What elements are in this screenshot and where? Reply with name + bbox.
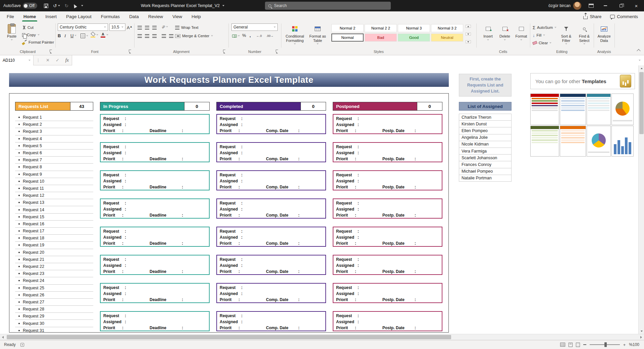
- completed-card[interactable]: Request:Assigned:Priorit:Comp. Date:: [216, 142, 326, 162]
- font-dialog-launcher[interactable]: [129, 50, 132, 53]
- request-item[interactable]: Request 3: [15, 128, 93, 135]
- clear-button[interactable]: Clear: [533, 40, 551, 46]
- increase-indent-icon[interactable]: [169, 33, 173, 39]
- wrap-text-button[interactable]: Wrap Text: [175, 24, 198, 31]
- request-item[interactable]: Request 25: [15, 285, 93, 292]
- template-thumbnail[interactable]: [611, 126, 634, 157]
- account-button[interactable]: özgür bircan: [548, 2, 581, 10]
- orientation-button[interactable]: ab: [162, 23, 168, 30]
- template-thumbnail[interactable]: [611, 94, 634, 125]
- request-item[interactable]: Request 7: [15, 157, 93, 164]
- assigned-name[interactable]: Angelina Jolie: [459, 134, 512, 141]
- template-thumbnail[interactable]: [530, 126, 559, 157]
- tab-review[interactable]: Review: [144, 11, 168, 21]
- in-progress-header[interactable]: In Progress0: [100, 102, 210, 111]
- postponed-card[interactable]: Request:Assigned:Priorit:Postp. Date:: [333, 198, 442, 219]
- template-thumbnail[interactable]: [560, 94, 586, 125]
- save-icon[interactable]: [44, 4, 48, 8]
- vertical-scrollbar[interactable]: [638, 65, 644, 334]
- request-item[interactable]: Request 12: [15, 192, 93, 199]
- request-item[interactable]: Request 6: [15, 150, 93, 157]
- scroll-up-icon[interactable]: [639, 65, 644, 71]
- request-item[interactable]: Request 15: [15, 214, 93, 221]
- align-top-icon[interactable]: [138, 24, 142, 31]
- assigned-name[interactable]: Natalie Portman: [459, 175, 512, 182]
- assigned-name[interactable]: Kirsten Dunst: [459, 120, 512, 127]
- in-progress-card[interactable]: Request:Assigned:Priorit:Deadline:: [100, 198, 210, 219]
- italic-button[interactable]: I: [64, 32, 66, 39]
- zoom-slider-thumb[interactable]: [604, 342, 607, 347]
- completed-card[interactable]: Request:Assigned:Priorit:Comp. Date:: [216, 311, 326, 331]
- templates-promo[interactable]: You can go for other Templates: [530, 73, 635, 89]
- format-as-table-button[interactable]: Format as Table: [307, 23, 328, 48]
- tab-view[interactable]: View: [168, 11, 187, 21]
- request-item[interactable]: Request 30: [15, 320, 93, 327]
- template-thumbnail[interactable]: [587, 126, 611, 157]
- conditional-formatting-button[interactable]: Conditional Formatting: [284, 23, 306, 48]
- search-input[interactable]: Search: [265, 2, 391, 10]
- request-item[interactable]: Request 23: [15, 270, 93, 277]
- horizontal-scrollbar[interactable]: [0, 334, 644, 340]
- requests-list-header[interactable]: Requests List 43: [15, 102, 93, 111]
- name-box[interactable]: AD110: [0, 55, 34, 65]
- request-item[interactable]: Request 2: [15, 121, 93, 128]
- align-center-icon[interactable]: [145, 33, 149, 39]
- tab-file[interactable]: File: [2, 11, 19, 21]
- ribbon-display-options-icon[interactable]: [589, 4, 594, 8]
- scroll-right-icon[interactable]: [638, 334, 644, 340]
- clipboard-dialog-launcher[interactable]: [50, 50, 53, 53]
- align-bottom-icon[interactable]: [152, 24, 157, 31]
- fill-color-button[interactable]: [91, 32, 98, 38]
- zoom-in-icon[interactable]: +: [623, 343, 626, 347]
- request-item[interactable]: Request 16: [15, 221, 93, 228]
- request-item[interactable]: Request 18: [15, 235, 93, 242]
- borders-button[interactable]: [80, 33, 88, 39]
- completed-card[interactable]: Request:Assigned:Priorit:Comp. Date:: [216, 198, 326, 219]
- find-select-button[interactable]: Find & Select: [576, 23, 593, 48]
- request-item[interactable]: Request 4: [15, 135, 93, 142]
- style-good[interactable]: Good: [398, 34, 430, 42]
- request-item[interactable]: Request 5: [15, 142, 93, 150]
- touch-mode-icon[interactable]: [72, 3, 77, 8]
- style-neutral[interactable]: Neutral: [431, 34, 463, 42]
- tab-page-layout[interactable]: Page Layout: [61, 11, 96, 21]
- formula-bar-handle[interactable]: ⋮: [34, 58, 43, 63]
- document-title-area[interactable]: Work Requests Planner Excel Templat_V2: [141, 0, 224, 11]
- in-progress-card[interactable]: Request:Assigned:Priorit:Deadline:: [100, 170, 210, 190]
- completed-header[interactable]: Completed0: [216, 102, 326, 111]
- request-item[interactable]: Request 29: [15, 313, 93, 320]
- postponed-card[interactable]: Request:Assigned:Priorit:Postp. Date:: [333, 142, 442, 162]
- styles-gallery-down-icon[interactable]: [466, 33, 471, 36]
- percent-style-icon[interactable]: %: [242, 32, 246, 39]
- request-item[interactable]: Request 20: [15, 249, 93, 256]
- request-item[interactable]: Request 21: [15, 256, 93, 263]
- minimize-button[interactable]: [598, 0, 613, 11]
- style-normal-3-2[interactable]: Normal 3 2: [431, 24, 463, 32]
- page-layout-view-icon[interactable]: [569, 343, 573, 347]
- number-dialog-launcher[interactable]: [276, 50, 279, 53]
- formula-input[interactable]: [72, 55, 635, 65]
- assigned-name[interactable]: Vera Farmiga: [459, 148, 512, 155]
- postponed-card[interactable]: Request:Assigned:Priorit:Postp. Date:: [333, 114, 442, 134]
- alignment-dialog-launcher[interactable]: [223, 50, 226, 53]
- in-progress-card[interactable]: Request:Assigned:Priorit:Deadline:: [100, 227, 210, 247]
- font-name-select[interactable]: Century Gothic: [58, 23, 108, 31]
- request-item[interactable]: Request 11: [15, 185, 93, 192]
- request-item[interactable]: Request 28: [15, 306, 93, 313]
- postponed-card[interactable]: Request:Assigned:Priorit:Postp. Date:: [333, 311, 442, 331]
- assigned-name[interactable]: Michael Pompeo: [459, 168, 512, 175]
- tab-formulas[interactable]: Formulas: [96, 11, 124, 21]
- request-item[interactable]: Request 9: [15, 171, 93, 178]
- fill-button[interactable]: ↓Fill: [533, 32, 545, 39]
- autosum-button[interactable]: ΣAutoSum: [533, 24, 556, 31]
- request-item[interactable]: Request 31: [15, 327, 93, 334]
- confirm-entry-icon[interactable]: ✓: [53, 58, 62, 63]
- tab-help[interactable]: Help: [187, 11, 206, 21]
- assigned-name[interactable]: Charlize Theron: [459, 114, 512, 121]
- scroll-down-icon[interactable]: [639, 328, 644, 334]
- align-left-icon[interactable]: [138, 33, 142, 39]
- assigned-name[interactable]: Ellen Pompeo: [459, 127, 512, 134]
- sort-filter-button[interactable]: Sort & Filter: [557, 23, 575, 48]
- request-item[interactable]: Request 13: [15, 199, 93, 206]
- align-right-icon[interactable]: [152, 33, 157, 39]
